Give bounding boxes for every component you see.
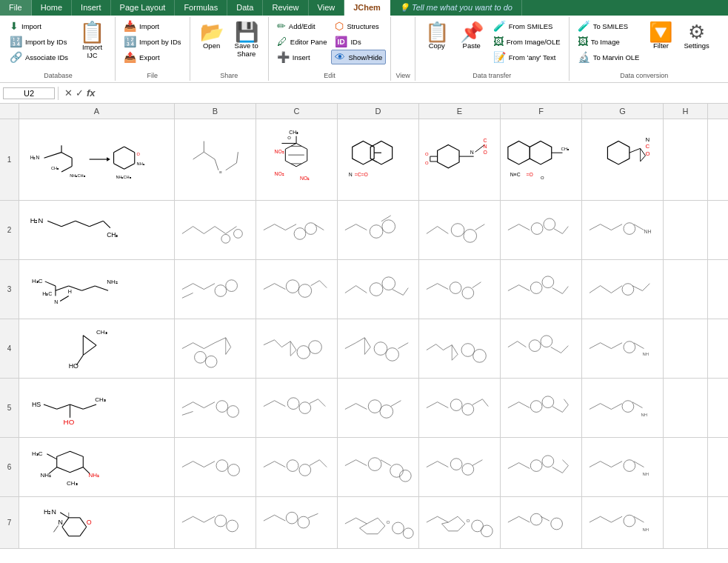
cell-c4[interactable] <box>256 319 338 378</box>
cell-g7[interactable]: NH <box>582 497 664 548</box>
cell-g5[interactable]: NH <box>582 379 664 437</box>
cell-d6[interactable] <box>338 438 419 496</box>
insert-button[interactable]: ➕ Insert <box>273 50 331 64</box>
cell-f7[interactable] <box>501 497 582 548</box>
tab-data[interactable]: Data <box>227 0 263 16</box>
cell-d5[interactable] <box>338 379 419 437</box>
from-any-text-button[interactable]: 📝 From 'any' Text <box>490 50 564 64</box>
cell-d4[interactable] <box>338 319 419 378</box>
import-ijc-button[interactable]: 📋 ImportIJC <box>74 19 110 63</box>
cell-g3[interactable] <box>582 260 664 319</box>
cell-e4[interactable] <box>419 319 501 378</box>
col-header-i[interactable]: I <box>708 104 728 119</box>
cell-b7[interactable] <box>175 497 256 548</box>
show-hide-button[interactable]: 👁 Show/Hide <box>331 50 386 64</box>
cell-e6[interactable] <box>419 438 501 496</box>
settings-button[interactable]: ⚙ Settings <box>678 19 714 53</box>
tab-review[interactable]: Review <box>263 0 308 16</box>
cell-h3[interactable] <box>664 260 708 319</box>
cell-f5[interactable] <box>501 379 582 437</box>
tab-view[interactable]: View <box>309 0 345 16</box>
cell-c6[interactable] <box>256 438 338 496</box>
cell-f1[interactable]: CH₃ N≡C =O O <box>501 119 582 200</box>
import-file-button[interactable]: 📥 Import <box>120 19 185 33</box>
cell-i1[interactable] <box>708 119 728 200</box>
cell-a7[interactable]: H₂N O N <box>19 497 175 548</box>
cell-c2[interactable] <box>256 201 338 259</box>
cell-e3[interactable] <box>419 260 501 319</box>
cell-f4[interactable] <box>501 319 582 378</box>
filter-button[interactable]: 🔽 Filter <box>644 19 678 53</box>
formula-input[interactable] <box>101 88 725 99</box>
cell-a2[interactable]: H₂N CH₃ <box>19 201 175 259</box>
export-button[interactable]: 📤 Export <box>120 50 185 64</box>
cell-b1[interactable]: ≡ <box>175 119 256 200</box>
import-by-ids-file-button[interactable]: 🔢 Import by IDs <box>120 34 185 49</box>
tab-file[interactable]: File <box>0 0 32 16</box>
cell-d1[interactable]: N =C=O <box>338 119 419 200</box>
cell-c1[interactable]: CH₃ O NO₂ NO₂ NO₂ <box>256 119 338 200</box>
cell-i2[interactable] <box>708 201 728 259</box>
cell-c7[interactable] <box>256 497 338 548</box>
col-header-a[interactable]: A <box>19 104 175 119</box>
cell-e7[interactable]: O <box>419 497 501 548</box>
insert-function-icon[interactable]: fx <box>87 87 96 99</box>
copy-button[interactable]: 📋 Copy <box>420 19 454 53</box>
cell-c5[interactable] <box>256 379 338 437</box>
to-smiles-button[interactable]: 🧪 To SMILES <box>574 19 644 33</box>
tab-jchem[interactable]: JChem <box>344 0 390 16</box>
tab-formulas[interactable]: Formulas <box>175 0 227 16</box>
col-header-g[interactable]: G <box>582 104 664 119</box>
cell-b5[interactable] <box>175 379 256 437</box>
to-marvin-ole-button[interactable]: 🔬 To Marvin OLE <box>574 50 644 64</box>
tab-page-layout[interactable]: Page Layout <box>111 0 176 16</box>
cell-h2[interactable] <box>664 201 708 259</box>
cell-i6[interactable] <box>708 438 728 496</box>
to-image-button[interactable]: 🖼 To Image <box>574 34 644 49</box>
open-button[interactable]: 📂 Open <box>195 19 229 53</box>
cell-h5[interactable] <box>664 379 708 437</box>
add-edit-button[interactable]: ✏ Add/Edit <box>273 19 331 33</box>
tab-tell-me[interactable]: 💡 Tell me what you want to do <box>390 0 522 16</box>
structures-button[interactable]: ⬡ Structures <box>331 19 386 33</box>
cell-e2[interactable] <box>419 201 501 259</box>
cell-h6[interactable] <box>664 438 708 496</box>
cell-i5[interactable] <box>708 379 728 437</box>
col-header-b[interactable]: B <box>175 104 256 119</box>
cell-reference[interactable] <box>3 87 55 99</box>
cell-i4[interactable] <box>708 319 728 378</box>
cell-g2[interactable]: NH <box>582 201 664 259</box>
cancel-formula-icon[interactable]: ✕ <box>64 87 73 99</box>
cell-b6[interactable] <box>175 438 256 496</box>
cell-f3[interactable] <box>501 260 582 319</box>
cell-i3[interactable] <box>708 260 728 319</box>
cell-h4[interactable] <box>664 319 708 378</box>
cell-h1[interactable] <box>664 119 708 200</box>
cell-a6[interactable]: H₃C NH₂ NH₂ CH₃ <box>19 438 175 496</box>
cell-c3[interactable] <box>256 260 338 319</box>
cell-b2[interactable] <box>175 201 256 259</box>
cell-d3[interactable] <box>338 260 419 319</box>
import-by-ids-db-button[interactable]: 🔢 Import by IDs <box>6 34 72 49</box>
col-header-c[interactable]: C <box>256 104 338 119</box>
cell-b3[interactable] <box>175 260 256 319</box>
cell-d2[interactable] <box>338 201 419 259</box>
confirm-formula-icon[interactable]: ✓ <box>76 87 84 99</box>
cell-f2[interactable] <box>501 201 582 259</box>
cell-g1[interactable]: N C O <box>582 119 664 200</box>
paste-button[interactable]: 📌 Paste <box>455 19 489 53</box>
col-header-e[interactable]: E <box>419 104 501 119</box>
col-header-d[interactable]: D <box>338 104 419 119</box>
cell-a1[interactable]: H₂N CH₃ NH₂CH₃ <box>19 119 175 200</box>
cell-e1[interactable]: O O N C N O <box>419 119 501 200</box>
cell-g4[interactable]: NH <box>582 319 664 378</box>
ids-button[interactable]: 🆔 IDs <box>331 34 386 49</box>
cell-a3[interactable]: H₃C H₃C N H NH₂ <box>19 260 175 319</box>
cell-g6[interactable]: NH <box>582 438 664 496</box>
cell-a4[interactable]: CH₃ HO <box>19 319 175 378</box>
associate-ids-button[interactable]: 🔗 Associate IDs <box>6 50 72 64</box>
tab-home[interactable]: Home <box>32 0 72 16</box>
cell-a5[interactable]: HS CH₃ HO <box>19 379 175 437</box>
col-header-h[interactable]: H <box>664 104 708 119</box>
col-header-f[interactable]: F <box>501 104 582 119</box>
